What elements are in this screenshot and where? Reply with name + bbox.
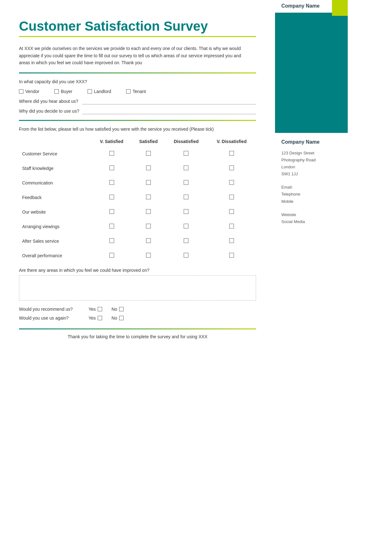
rating-checkbox-7-2[interactable] bbox=[146, 253, 151, 258]
vendor-label: Vendor bbox=[25, 89, 39, 94]
recommend-no-item: No bbox=[112, 307, 124, 312]
rating-cell-1-1 bbox=[91, 161, 132, 176]
rating-checkbox-1-3[interactable] bbox=[184, 165, 188, 170]
tenant-label: Tenant bbox=[132, 89, 146, 94]
rating-cell-2-2 bbox=[132, 176, 165, 190]
rating-cell-7-2 bbox=[132, 248, 165, 263]
rating-checkbox-3-4[interactable] bbox=[229, 195, 234, 199]
recommend-options: Yes No bbox=[89, 307, 124, 312]
use-again-yes-checkbox[interactable] bbox=[98, 316, 102, 320]
page-wrapper: Customer Satisfaction Survey At XXX we p… bbox=[0, 0, 392, 555]
rating-cell-5-2 bbox=[132, 219, 165, 234]
rating-row-label: Overall performance bbox=[19, 248, 91, 263]
use-again-yes-item: Yes bbox=[89, 315, 102, 321]
landlord-checkbox[interactable] bbox=[88, 89, 92, 94]
vendor-item: Vendor bbox=[19, 89, 39, 94]
rating-row: After Sales service bbox=[19, 234, 256, 248]
rating-checkbox-1-2[interactable] bbox=[146, 165, 151, 170]
use-again-no-checkbox[interactable] bbox=[119, 316, 124, 320]
rating-checkbox-3-2[interactable] bbox=[146, 195, 151, 199]
rating-checkbox-5-3[interactable] bbox=[184, 224, 188, 228]
rating-checkbox-3-3[interactable] bbox=[184, 195, 188, 199]
rating-checkbox-1-4[interactable] bbox=[229, 165, 234, 170]
rating-checkbox-3-1[interactable] bbox=[109, 195, 114, 199]
sidebar: Company Name Company Name 123 Design Str… bbox=[275, 0, 348, 555]
rating-checkbox-5-2[interactable] bbox=[146, 224, 151, 228]
rating-checkbox-2-4[interactable] bbox=[229, 180, 234, 185]
rating-cell-5-4 bbox=[207, 219, 256, 234]
rating-cell-2-4 bbox=[207, 176, 256, 190]
rating-row: Customer Service bbox=[19, 147, 256, 161]
rating-cell-4-4 bbox=[207, 205, 256, 219]
sidebar-contact: Email: Telephone Mobile bbox=[281, 184, 341, 205]
rating-table: V. Satisfied Satisfied Dissatisfied V. D… bbox=[19, 136, 256, 263]
rating-cell-3-4 bbox=[207, 190, 256, 205]
buyer-checkbox[interactable] bbox=[54, 89, 59, 94]
rating-checkbox-6-3[interactable] bbox=[184, 238, 188, 243]
use-again-label: Would you use us again? bbox=[19, 315, 89, 321]
tenant-checkbox[interactable] bbox=[126, 89, 131, 94]
address-line1: 123 Design Street bbox=[281, 150, 341, 157]
rating-checkbox-4-3[interactable] bbox=[184, 209, 188, 214]
rating-cell-7-4 bbox=[207, 248, 256, 263]
rating-cell-4-2 bbox=[132, 205, 165, 219]
rating-cell-6-4 bbox=[207, 234, 256, 248]
landlord-label: Landlord bbox=[94, 89, 111, 94]
contact-mobile: Mobile bbox=[281, 198, 341, 205]
rating-checkbox-7-1[interactable] bbox=[109, 253, 114, 258]
rating-checkbox-0-2[interactable] bbox=[146, 151, 151, 156]
rating-cell-1-3 bbox=[165, 161, 207, 176]
rating-checkbox-6-2[interactable] bbox=[146, 238, 151, 243]
rating-row-label: After Sales service bbox=[19, 234, 91, 248]
hear-label: Where did you hear about us? bbox=[19, 99, 82, 104]
rating-checkbox-5-4[interactable] bbox=[229, 224, 234, 228]
rating-checkbox-6-1[interactable] bbox=[109, 238, 114, 243]
decide-input[interactable] bbox=[82, 108, 256, 114]
rating-checkbox-7-3[interactable] bbox=[184, 253, 188, 258]
rating-checkbox-6-4[interactable] bbox=[229, 238, 234, 243]
rating-checkbox-4-1[interactable] bbox=[109, 209, 114, 214]
rating-cell-4-1 bbox=[91, 205, 132, 219]
rating-row: Overall performance bbox=[19, 248, 256, 263]
rating-checkbox-5-1[interactable] bbox=[109, 224, 114, 228]
buyer-item: Buyer bbox=[54, 89, 72, 94]
rating-row-label: Communication bbox=[19, 176, 91, 190]
hear-row: Where did you hear about us? bbox=[19, 98, 256, 104]
title-underline bbox=[19, 36, 256, 37]
social-media-label: Social Media bbox=[281, 218, 341, 225]
hear-input[interactable] bbox=[82, 98, 256, 104]
use-again-row: Would you use us again? Yes No bbox=[19, 315, 256, 321]
recommend-row: Would you recommend us? Yes No bbox=[19, 307, 256, 312]
recommend-no-checkbox[interactable] bbox=[119, 307, 124, 311]
rating-checkbox-4-4[interactable] bbox=[229, 209, 234, 214]
rating-checkbox-0-1[interactable] bbox=[109, 151, 114, 156]
rating-checkbox-2-2[interactable] bbox=[146, 180, 151, 185]
rating-checkbox-7-4[interactable] bbox=[229, 253, 234, 258]
rating-checkbox-4-2[interactable] bbox=[146, 209, 151, 214]
address-line2: Photography Road bbox=[281, 157, 341, 164]
col-satisfied: Satisfied bbox=[132, 136, 165, 147]
rating-cell-4-3 bbox=[165, 205, 207, 219]
rating-checkbox-2-3[interactable] bbox=[184, 180, 188, 185]
vendor-checkbox[interactable] bbox=[19, 89, 23, 94]
col-service bbox=[19, 136, 91, 147]
rating-checkbox-1-1[interactable] bbox=[109, 165, 114, 170]
improvement-textarea[interactable] bbox=[19, 275, 256, 301]
rating-question: From the list below, please tell us how … bbox=[19, 127, 256, 132]
decide-label: Why did you decide to use us? bbox=[19, 109, 82, 114]
rating-checkbox-0-3[interactable] bbox=[184, 151, 188, 156]
rating-row-label: Customer Service bbox=[19, 147, 91, 161]
col-v-dissatisfied: V. Dissatisfied bbox=[207, 136, 256, 147]
sidebar-web: Website Social Media bbox=[281, 211, 341, 225]
rating-checkbox-0-4[interactable] bbox=[229, 151, 234, 156]
rating-row: Communication bbox=[19, 176, 256, 190]
recommend-no-label: No bbox=[112, 307, 117, 312]
rating-header-row: V. Satisfied Satisfied Dissatisfied V. D… bbox=[19, 136, 256, 147]
rating-row-label: Feedback bbox=[19, 190, 91, 205]
address-line4: SW1 1JJ bbox=[281, 171, 341, 178]
recommend-yes-checkbox[interactable] bbox=[98, 307, 102, 311]
website-label: Website bbox=[281, 211, 341, 218]
recommend-yes-item: Yes bbox=[89, 307, 102, 312]
rating-checkbox-2-1[interactable] bbox=[109, 180, 114, 185]
rating-cell-2-3 bbox=[165, 176, 207, 190]
